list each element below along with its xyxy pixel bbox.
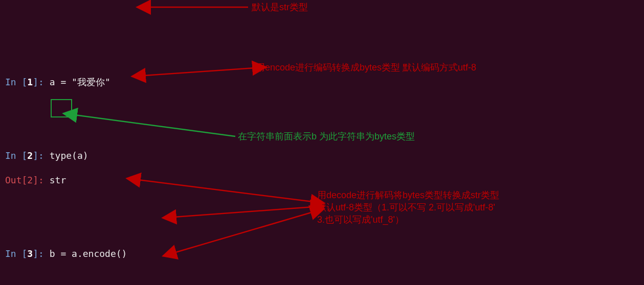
blank [5,101,644,113]
anno-str: 默认是str类型 [252,1,308,13]
in-prompt-2: In [2]: type(a) [5,150,644,162]
anno-bytes-prefix: 在字符串前面表示b 为此字符串为bytes类型 [238,130,415,142]
arrow-bytes-prefix [75,115,235,136]
anno-encode: 用encode进行编码转换成bytes类型 默认编码方式utf-8 [256,61,476,74]
arrow-decode-3 [174,212,313,253]
anno-decode: 用decode进行解码将bytes类型转换成str类型 默认utf-8类型（1.… [317,189,634,226]
out-prompt-2: Out[2]: str [5,174,644,186]
in-prompt-1: In [1]: a = "我爱你" [5,76,644,88]
in-prompt-3: In [3]: b = a.encode() [5,248,644,260]
annotation-arrows [0,0,644,285]
arrow-encode [143,68,255,76]
blank [5,272,644,284]
